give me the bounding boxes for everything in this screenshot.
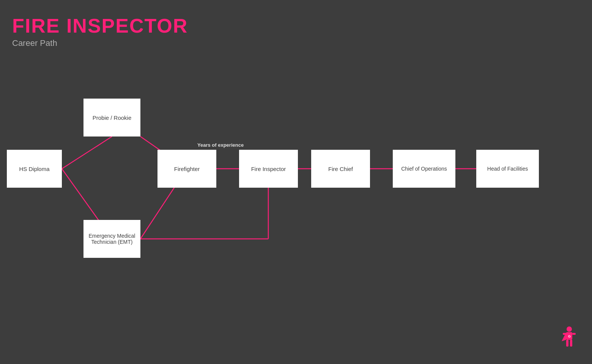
svg-rect-15 [563,333,566,335]
brand-logo: G [558,326,581,353]
card-emt: Emergency MedicalTechnician (EMT) [83,220,140,258]
svg-rect-13 [566,340,568,347]
card-head-of-facilities: Head of Facilities [476,150,539,188]
svg-line-0 [62,136,112,169]
page-subtitle: Career Path [12,38,188,48]
career-diagram: Years of experience HS Diploma Probie / … [0,76,592,303]
svg-rect-16 [572,333,576,335]
header: FIRE INSPECTOR Career Path [12,15,188,48]
card-fire-chief: Fire Chief [311,150,370,188]
card-probie-rookie: Probie / Rookie [83,99,140,136]
card-hs-diploma: HS Diploma [7,150,62,188]
svg-rect-14 [570,340,572,347]
card-fire-inspector: Fire Inspector [239,150,298,188]
page-title: FIRE INSPECTOR [12,15,188,37]
years-label: Years of experience [197,142,244,148]
card-chief-of-operations: Chief of Operations [393,150,455,188]
svg-point-10 [567,326,572,332]
card-firefighter: Firefighter [157,150,216,188]
svg-text:G: G [568,334,571,338]
